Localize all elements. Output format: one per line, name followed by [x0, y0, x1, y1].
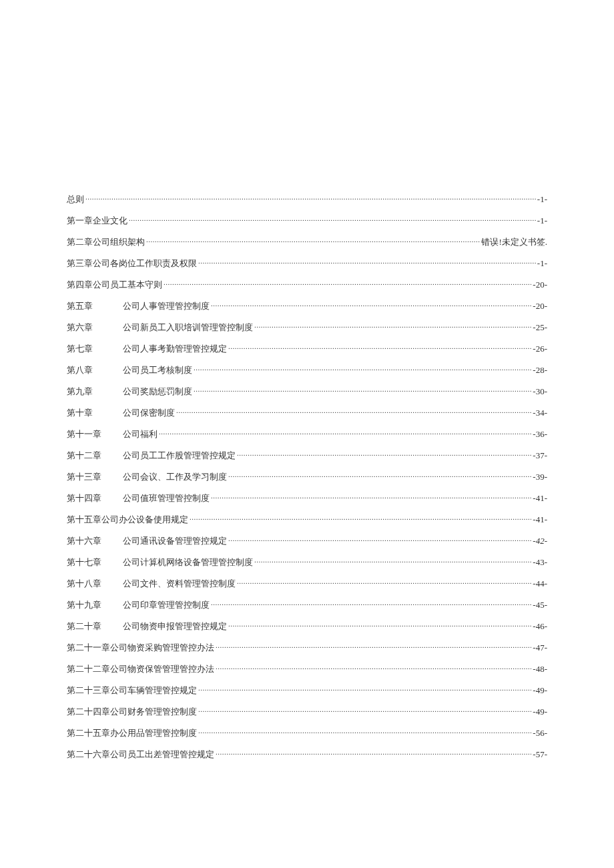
page-number: -1-	[537, 258, 547, 269]
page-number: -43-	[533, 557, 547, 568]
dot-leader	[198, 258, 536, 266]
document-page: 总则-1-第一章企业文化-1-第二章公司组织架构错误!未定义书签.第三章公司各岗…	[0, 0, 614, 761]
chapter-title: 公司福利	[123, 428, 158, 440]
toc-entry: 第九章公司奖励惩罚制度-30-	[67, 386, 547, 398]
dot-leader	[146, 237, 480, 245]
page-number: -36-	[533, 429, 547, 440]
dot-leader	[228, 621, 531, 629]
chapter-title: 第二十二章公司物资保管管理管控办法	[67, 663, 214, 675]
page-number: -46-	[533, 621, 547, 632]
page-number: -26-	[533, 344, 547, 354]
chapter-title: 第二十六章公司员工出差管理管控规定	[67, 749, 214, 761]
page-number: -39-	[533, 472, 547, 482]
toc-entry: 第十一章公司福利-36-	[67, 428, 547, 440]
page-number: -49-	[533, 685, 547, 696]
page-number: -41-	[533, 493, 547, 504]
chapter-title: 公司保密制度	[123, 407, 175, 419]
page-number: -25-	[533, 322, 547, 333]
page-number: -30-	[533, 386, 547, 397]
page-number: -1-	[537, 215, 547, 226]
toc-entry: 第十二章公司员工工作股管理管控规定-37-	[67, 450, 547, 462]
chapter-title: 公司计算机网络设备管理管控制度	[123, 556, 253, 568]
chapter-title: 第二章公司组织架构	[67, 236, 145, 248]
chapter-label: 第十六章	[67, 535, 115, 547]
toc-entry: 第二十六章公司员工出差管理管控规定-57-	[67, 749, 547, 761]
toc-entry: 第十六章公司通讯设备管理管控规定-42-	[67, 535, 547, 547]
chapter-label: 第十八章	[67, 578, 115, 590]
dot-leader	[211, 600, 531, 608]
dot-leader	[194, 365, 531, 373]
page-number: -20-	[533, 280, 547, 290]
chapter-title: 公司印章管理管控制度	[123, 599, 210, 611]
page-number: -37-	[533, 450, 547, 461]
chapter-label: 第十一章	[67, 428, 115, 440]
toc-entry: 第二十五章办公用品管理管控制度-56-	[67, 727, 547, 739]
toc-entry: 第五章公司人事管理管控制度-20-	[67, 300, 547, 312]
chapter-title: 公司人事管理管控制度	[123, 300, 210, 312]
page-number: -49-	[533, 707, 547, 717]
dot-leader	[216, 642, 531, 650]
page-number: 错误!未定义书签.	[481, 236, 547, 248]
toc-entry: 第二十四章公司财务管理管控制度-49-	[67, 706, 547, 718]
toc-entry: 第十九章公司印章管理管控制度-45-	[67, 599, 547, 611]
chapter-label: 第十三章	[67, 471, 115, 483]
dot-leader	[194, 386, 531, 394]
dot-leader	[228, 472, 531, 480]
dot-leader	[190, 514, 531, 522]
chapter-title: 公司员工工作股管理管控规定	[123, 450, 236, 462]
chapter-label: 第五章	[67, 300, 115, 312]
toc-entry: 第六章公司新员工入职培训管理管控制度-25-	[67, 322, 547, 334]
chapter-title: 第二十三章公司车辆管理管控规定	[67, 685, 197, 697]
chapter-label: 第十四章	[67, 492, 115, 504]
page-number: -34-	[533, 408, 547, 418]
toc-entry: 总则-1-	[67, 193, 547, 205]
page-number: -42-	[533, 536, 547, 546]
dot-leader	[254, 322, 531, 330]
dot-leader	[159, 429, 531, 437]
chapter-label: 第六章	[67, 322, 115, 334]
chapter-title: 第一章企业文化	[67, 215, 127, 227]
dot-leader	[216, 664, 531, 672]
dot-leader	[129, 215, 536, 224]
chapter-label: 第十七章	[67, 556, 115, 568]
chapter-label: 第十章	[67, 407, 115, 419]
dot-leader	[198, 707, 531, 715]
page-number: -57-	[533, 749, 547, 760]
chapter-title: 第十五章公司办公设备使用规定	[67, 514, 188, 526]
chapter-title: 公司通讯设备管理管控规定	[123, 535, 227, 547]
toc-entry: 第七章公司人事考勤管理管控规定-26-	[67, 343, 547, 355]
dot-leader	[198, 728, 531, 736]
page-number: -20-	[533, 301, 547, 312]
chapter-title: 公司员工考核制度	[123, 364, 192, 376]
dot-leader	[164, 280, 531, 288]
toc-entry: 第一章企业文化-1-	[67, 215, 547, 227]
chapter-title: 公司物资申报管理管控规定	[123, 620, 227, 632]
dot-leader	[216, 749, 531, 757]
chapter-label: 第十九章	[67, 599, 115, 611]
chapter-title: 第二十五章办公用品管理管控制度	[67, 727, 197, 739]
toc-entry: 第二十章公司物资申报管理管控规定-46-	[67, 620, 547, 632]
chapter-label: 第十二章	[67, 450, 115, 462]
table-of-contents: 总则-1-第一章企业文化-1-第二章公司组织架构错误!未定义书签.第三章公司各岗…	[67, 193, 547, 761]
dot-leader	[228, 344, 531, 352]
dot-leader	[198, 685, 531, 693]
chapter-title: 公司文件、资料管理管控制度	[123, 578, 236, 590]
toc-entry: 第二十二章公司物资保管管理管控办法-48-	[67, 663, 547, 675]
page-number: -1-	[537, 194, 547, 205]
page-number: -56-	[533, 728, 547, 739]
dot-leader	[176, 408, 531, 416]
dot-leader	[237, 450, 531, 458]
page-number: -47-	[533, 642, 547, 653]
dot-leader	[237, 578, 531, 586]
chapter-title: 公司人事考勤管理管控规定	[123, 343, 227, 355]
chapter-title: 公司会议、工作及学习制度	[123, 471, 227, 483]
page-number: -45-	[533, 600, 547, 610]
chapter-title: 第二十一章公司物资采购管理管控办法	[67, 642, 214, 654]
chapter-title: 第三章公司各岗位工作职责及权限	[67, 258, 197, 270]
dot-leader	[211, 493, 531, 501]
dot-leader	[228, 536, 531, 544]
page-number: -44-	[533, 578, 547, 589]
toc-entry: 第二章公司组织架构错误!未定义书签.	[67, 236, 547, 248]
chapter-label: 第二十章	[67, 620, 115, 632]
chapter-title: 公司新员工入职培训管理管控制度	[123, 322, 253, 334]
